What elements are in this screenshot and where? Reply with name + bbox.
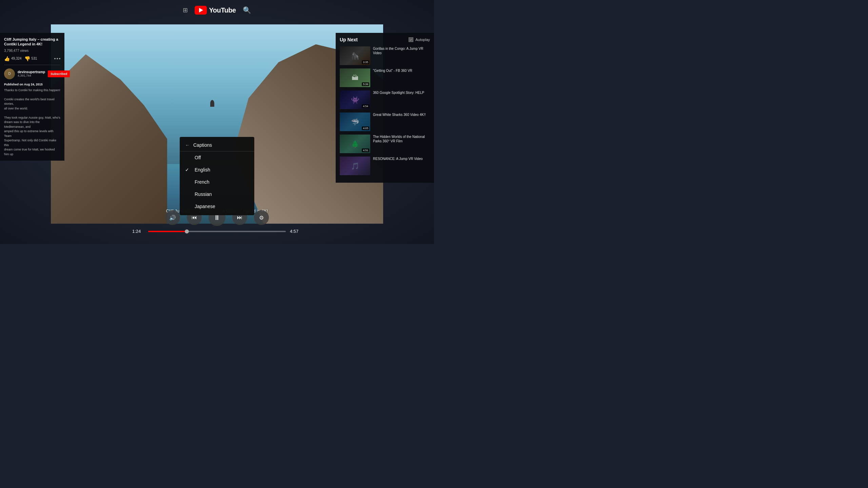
like-dislike-row: 👍 49,324 👎 531	[4, 56, 60, 65]
caption-label: Russian	[195, 191, 212, 197]
video-item-title: The Hidden Worlds of the National Parks …	[373, 135, 430, 143]
dislike-button[interactable]: 👎 531	[24, 56, 37, 61]
autoplay-toggle[interactable]: ✓ Autoplay	[409, 37, 430, 42]
video-item-title: Great White Sharks 360 Video 4K!!	[373, 113, 430, 117]
video-thumbnail: 🎵	[340, 157, 370, 175]
video-item-title: 360 Google Spotlight Story: HELP	[373, 90, 430, 95]
thumbs-up-icon: 👍	[4, 56, 10, 61]
channel-info: devinsupertramp 4,391,744	[18, 70, 45, 77]
video-item-title: "Getting Out" - FB 360 VR	[373, 68, 430, 73]
video-item-info: RESONANCE: A Jump VR Video	[373, 157, 430, 175]
video-item-title: Gorillas in the Congo: A Jump VR Video	[373, 46, 430, 55]
video-thumbnail: 🏔 5:39	[340, 68, 370, 87]
caption-option[interactable]: Off	[180, 151, 254, 164]
video-item[interactable]: 🏔 5:39 "Getting Out" - FB 360 VR	[340, 68, 430, 87]
video-list: 🦍 3:35 Gorillas in the Congo: A Jump VR …	[340, 46, 430, 175]
subscribe-button[interactable]: Subscribed	[48, 70, 70, 77]
video-item-info: "Getting Out" - FB 360 VR	[373, 68, 430, 87]
info-panel: Cliff Jumping Italy – creating a Contiki…	[0, 33, 64, 161]
video-thumbnail: 🌲 4:51	[340, 135, 370, 153]
youtube-wordmark: YouTube	[209, 6, 236, 14]
caption-check-icon: ✓	[185, 167, 191, 172]
dot3	[59, 58, 60, 59]
dot2	[57, 58, 58, 59]
search-icon[interactable]: 🔍	[243, 6, 251, 14]
caption-option[interactable]: French	[180, 176, 254, 188]
jumper-figure	[210, 100, 214, 107]
caption-label: English	[195, 167, 210, 172]
up-next-panel: Up Next ✓ Autoplay 🦍 3:35 Gorillas in th…	[336, 33, 434, 183]
video-item-title: RESONANCE: A Jump VR Video	[373, 157, 430, 161]
prev-icon: ⏮	[192, 215, 197, 221]
video-duration: 4:05	[362, 126, 369, 130]
video-thumbnail: 👾 4:54	[340, 90, 370, 109]
captions-header: ← Captions	[180, 140, 254, 151]
video-thumbnail: 🦍 3:35	[340, 46, 370, 65]
channel-row: D devinsupertramp 4,391,744 Subscribed	[4, 68, 60, 79]
captions-menu: ← Captions Off ✓ English French Russian …	[180, 137, 254, 215]
youtube-icon	[195, 6, 207, 15]
video-item-info: Gorillas in the Congo: A Jump VR Video	[373, 46, 430, 65]
video-item[interactable]: 👾 4:54 360 Google Spotlight Story: HELP	[340, 90, 430, 109]
video-duration: 4:51	[362, 148, 369, 152]
caption-label: Japanese	[195, 204, 215, 209]
video-item[interactable]: 🦍 3:35 Gorillas in the Congo: A Jump VR …	[340, 46, 430, 65]
video-item[interactable]: 🦈 4:05 Great White Sharks 360 Video 4K!!	[340, 113, 430, 131]
dislike-count: 531	[32, 57, 37, 60]
progress-bar[interactable]	[148, 231, 286, 232]
video-duration: 5:39	[362, 82, 369, 86]
caption-option[interactable]: ✓ English	[180, 164, 254, 176]
progress-row: 1:24 4:57	[132, 229, 302, 234]
progress-thumb	[185, 229, 189, 233]
caption-option[interactable]: Japanese	[180, 200, 254, 212]
video-item-info: Great White Sharks 360 Video 4K!!	[373, 113, 430, 131]
progress-fill	[148, 231, 187, 232]
caption-label: Off	[195, 155, 201, 160]
more-options-button[interactable]	[54, 58, 60, 59]
publish-date: Published on Aug 24, 2015	[4, 83, 60, 86]
current-time: 1:24	[132, 229, 144, 234]
volume-icon: 🔊	[169, 215, 176, 221]
like-count: 49,324	[11, 57, 22, 60]
settings-icon: ⚙	[259, 215, 264, 221]
channel-name: devinsupertramp	[18, 70, 45, 74]
top-nav: ⊞ YouTube 🔍	[0, 0, 434, 20]
thumb-icon: 🎵	[340, 157, 370, 175]
caption-label: French	[195, 179, 210, 185]
youtube-logo: YouTube	[195, 6, 236, 15]
captions-title: Captions	[193, 142, 212, 148]
video-thumbnail: 🦈 4:05	[340, 113, 370, 131]
autoplay-checkbox[interactable]: ✓	[409, 37, 413, 42]
dot1	[54, 58, 56, 59]
next-icon: ⏭	[237, 215, 242, 221]
settings-button[interactable]: ⚙	[254, 210, 269, 225]
view-count: 3,798,477 views	[4, 49, 60, 53]
video-title: Cliff Jumping Italy – creating a Contiki…	[4, 37, 60, 47]
thumbs-down-icon: 👎	[24, 56, 30, 61]
like-button[interactable]: 👍 49,324	[4, 56, 22, 61]
video-item[interactable]: 🌲 4:51 The Hidden Worlds of the National…	[340, 135, 430, 153]
up-next-title: Up Next	[340, 37, 358, 42]
video-item-info: 360 Google Spotlight Story: HELP	[373, 90, 430, 109]
video-description: Thanks to Contiki for making this happen…	[4, 88, 60, 157]
volume-button[interactable]: 🔊	[165, 210, 180, 225]
cliff-left	[51, 54, 167, 224]
subscriber-count: 4,391,744	[18, 74, 45, 77]
back-arrow-icon[interactable]: ←	[185, 142, 190, 148]
up-next-header: Up Next ✓ Autoplay	[340, 37, 430, 42]
autoplay-label: Autoplay	[415, 38, 430, 42]
channel-avatar[interactable]: D	[4, 68, 15, 79]
total-time: 4:57	[290, 229, 302, 234]
video-duration: 3:35	[362, 60, 369, 64]
video-item[interactable]: 🎵 RESONANCE: A Jump VR Video	[340, 157, 430, 175]
video-item-info: The Hidden Worlds of the National Parks …	[373, 135, 430, 153]
grid-icon[interactable]: ⊞	[183, 6, 188, 14]
captions-options-list: Off ✓ English French Russian Japanese	[180, 151, 254, 212]
video-duration: 4:54	[362, 104, 369, 108]
caption-option[interactable]: Russian	[180, 188, 254, 200]
